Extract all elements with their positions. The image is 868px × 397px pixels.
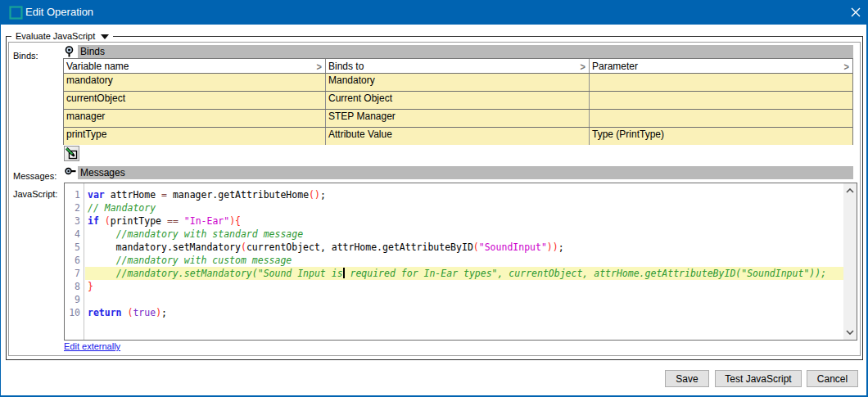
edit-binds-button[interactable] xyxy=(64,146,79,161)
window-border-left xyxy=(0,0,1,397)
pin-icon xyxy=(65,46,74,57)
editor-code-area[interactable]: var attrHome = manager.getAttributeHome(… xyxy=(85,183,844,340)
column-header-label: Binds to xyxy=(328,61,364,72)
line-number: 10 xyxy=(64,306,80,319)
binds-table: Variable name>Binds to>Parameter> mandat… xyxy=(63,58,853,145)
binds-table-row[interactable]: mandatoryMandatory xyxy=(64,73,852,91)
column-header-label: Variable name xyxy=(66,61,129,72)
javascript-label: JavaScript: xyxy=(13,189,57,199)
binds-table-cell[interactable]: Type (PrintType) xyxy=(590,128,852,145)
binds-table-cell[interactable]: STEP Manager xyxy=(326,110,590,127)
column-header-label: Parameter xyxy=(592,61,638,72)
code-text: var attrHome = manager.getAttributeHome(… xyxy=(88,188,826,319)
messages-label: Messages: xyxy=(13,171,57,181)
binds-table-row[interactable]: currentObjectCurrent Object xyxy=(64,91,852,109)
column-header-parameter[interactable]: Parameter> xyxy=(590,59,852,73)
binds-table-cell[interactable]: Current Object xyxy=(326,92,590,109)
line-number: 9 xyxy=(64,293,80,306)
binds-table-header-row: Variable name>Binds to>Parameter> xyxy=(64,59,852,73)
line-number: 6 xyxy=(64,254,80,267)
chevron-down-icon xyxy=(101,34,109,39)
column-expand-icon[interactable]: > xyxy=(844,61,849,72)
column-expand-icon[interactable]: > xyxy=(317,61,322,72)
groupbox-label[interactable]: Evaluate JavaScript xyxy=(11,31,113,42)
binds-table-row[interactable]: printTypeAttribute ValueType (PrintType) xyxy=(64,127,852,145)
editor-line-number-gutter: 12345678910 xyxy=(65,183,84,340)
messages-section-bar: Messages xyxy=(78,166,853,179)
line-number: 8 xyxy=(64,280,80,293)
column-header-binds-to[interactable]: Binds to> xyxy=(326,59,590,73)
binds-table-cell[interactable]: Mandatory xyxy=(326,74,590,91)
window-title: Edit Operation xyxy=(25,0,93,25)
test-javascript-button[interactable]: Test JavaScript xyxy=(715,370,802,387)
binds-table-row[interactable]: managerSTEP Manager xyxy=(64,109,852,127)
edit-operation-dialog: Edit Operation Evaluate JavaScript Binds… xyxy=(0,0,868,397)
editor-vertical-scrollbar[interactable] xyxy=(843,183,857,340)
line-number: 7 xyxy=(64,267,80,280)
javascript-editor[interactable]: 12345678910 var attrHome = manager.getAt… xyxy=(64,183,857,341)
cancel-button[interactable]: Cancel xyxy=(807,370,858,387)
groupbox-label-text: Evaluate JavaScript xyxy=(16,31,95,42)
scroll-down-icon[interactable] xyxy=(846,330,854,335)
close-button[interactable] xyxy=(843,0,867,25)
line-number: 4 xyxy=(64,228,80,241)
binds-table-cell[interactable]: printType xyxy=(64,128,326,145)
binds-table-cell[interactable]: manager xyxy=(64,110,326,127)
save-button[interactable]: Save xyxy=(665,370,709,387)
column-expand-icon[interactable]: > xyxy=(581,61,585,72)
binds-table-cell[interactable] xyxy=(590,110,852,127)
edit-externally-link[interactable]: Edit externally xyxy=(64,341,120,351)
titlebar[interactable]: Edit Operation xyxy=(0,0,868,25)
binds-table-cell[interactable]: Attribute Value xyxy=(326,128,590,145)
binds-section-title: Binds xyxy=(80,46,105,57)
line-number: 5 xyxy=(64,241,80,254)
operation-icon xyxy=(9,6,23,20)
messages-section-title: Messages xyxy=(80,167,125,178)
line-number: 1 xyxy=(64,188,80,201)
column-header-variable-name[interactable]: Variable name> xyxy=(64,59,326,73)
binds-table-cell[interactable]: mandatory xyxy=(64,74,326,91)
scroll-up-icon[interactable] xyxy=(846,188,854,193)
binds-table-cell[interactable] xyxy=(590,74,852,91)
binds-section-bar: Binds xyxy=(78,45,853,58)
binds-label: Binds: xyxy=(13,51,38,61)
close-icon xyxy=(851,7,861,17)
key-icon xyxy=(65,167,76,175)
binds-table-cell[interactable] xyxy=(590,92,852,109)
line-number: 3 xyxy=(64,214,80,228)
edit-cell-icon xyxy=(66,147,78,160)
binds-table-cell[interactable]: currentObject xyxy=(64,92,326,109)
line-number: 2 xyxy=(64,201,80,214)
